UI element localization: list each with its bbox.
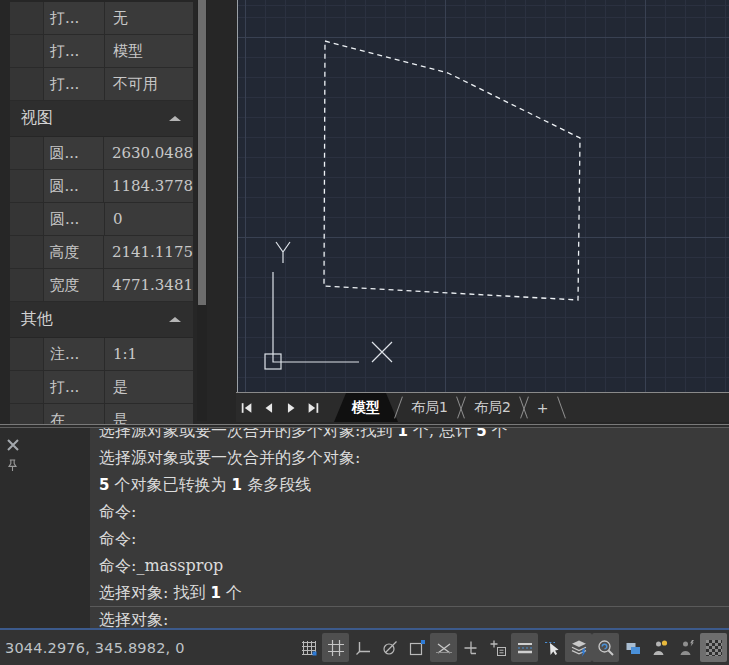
collapse-triangle-icon[interactable]: [169, 317, 181, 322]
property-label: 打...: [44, 371, 105, 403]
row-indent: [10, 371, 44, 403]
tab-布局2[interactable]: 布局2: [461, 393, 524, 422]
next-tab-button[interactable]: [280, 393, 302, 422]
command-prompt-line[interactable]: 选择对象:: [90, 606, 729, 628]
annotation-monitor-toggle[interactable]: [673, 633, 700, 662]
customization-toggle[interactable]: [700, 633, 727, 662]
osnap-icon: [408, 639, 426, 657]
property-label: 圆...: [44, 170, 104, 202]
command-history-line: 命令:: [90, 498, 729, 525]
polar-icon: [381, 639, 399, 657]
command-text: 个: [221, 583, 242, 602]
row-indent: [10, 338, 44, 370]
property-row[interactable]: 宽度4771.3481: [10, 269, 193, 302]
row-indent: [10, 203, 44, 235]
command-history-line: 5 个对象已转换为 1 条多段线: [90, 471, 729, 498]
property-value[interactable]: 1:1: [105, 338, 193, 370]
command-text: 条多段线: [242, 475, 311, 494]
property-value[interactable]: 是: [105, 371, 193, 403]
annotation-scale-toggle[interactable]: [646, 633, 673, 662]
property-label: 高度: [44, 236, 104, 268]
row-indent: [10, 269, 44, 301]
dynamic-input-toggle[interactable]: [484, 633, 511, 662]
new-layout-tab[interactable]: +: [524, 393, 562, 422]
properties-palette: 打...无打...模型打...不可用视图圆...2630.0488圆...118…: [0, 0, 236, 421]
nav-last-icon: [306, 401, 320, 415]
ucs-icon: [265, 242, 392, 369]
command-window: 选择源对象或要一次合并的多个对象:找到 1 个, 总计 5 个选择源对象或要一次…: [0, 424, 729, 630]
lineweight-toggle[interactable]: [511, 633, 538, 662]
scrollbar-thumb[interactable]: [198, 0, 206, 305]
command-text: 个对象已转换为: [109, 475, 231, 494]
property-value[interactable]: 4771.3481: [104, 269, 193, 301]
tab-模型[interactable]: 模型: [334, 393, 398, 422]
coordinates-display[interactable]: 3044.2976, 345.8982, 0: [5, 640, 185, 656]
nav-first-icon: [240, 401, 254, 415]
annozoom-icon: [597, 639, 615, 657]
grid-icon: [300, 639, 318, 657]
command-text: 命令:: [99, 502, 136, 521]
command-text: 选择对象:: [99, 610, 168, 628]
grid-display-toggle[interactable]: [295, 633, 322, 662]
property-row[interactable]: 打...不可用: [10, 68, 193, 101]
command-history-line: 选择源对象或要一次合并的多个对象:: [90, 444, 729, 471]
property-row[interactable]: 圆...0: [10, 203, 193, 236]
checker-icon: [706, 640, 722, 656]
isolate-objects-toggle[interactable]: [565, 633, 592, 662]
property-row[interactable]: 打...是: [10, 371, 193, 404]
drawing-canvas[interactable]: Y X: [237, 0, 729, 392]
row-indent: [10, 2, 44, 34]
property-value[interactable]: 模型: [105, 35, 193, 67]
status-bar: 3044.2976, 345.8982, 0: [0, 630, 729, 665]
section-header[interactable]: 视图: [10, 101, 193, 137]
prev-tab-button[interactable]: [258, 393, 280, 422]
properties-scrollbar[interactable]: [197, 0, 207, 421]
annotation-autoscale-toggle[interactable]: [619, 633, 646, 662]
dynamic-ucs-toggle[interactable]: [457, 633, 484, 662]
section-header-label: 视图: [21, 108, 53, 129]
monitors-icon: [624, 639, 642, 657]
property-label: 圆...: [44, 137, 104, 169]
polar-tracking-toggle[interactable]: [376, 633, 403, 662]
row-indent: [10, 68, 44, 100]
property-value[interactable]: 0: [105, 203, 193, 235]
selection-cycling-toggle[interactable]: [538, 633, 565, 662]
snap-icon: [327, 639, 345, 657]
command-history-area[interactable]: 选择源对象或要一次合并的多个对象:找到 1 个, 总计 5 个选择源对象或要一次…: [90, 428, 729, 628]
close-icon[interactable]: [6, 437, 20, 456]
property-row[interactable]: 注...1:1: [10, 338, 193, 371]
property-row[interactable]: 打...模型: [10, 35, 193, 68]
layers-icon: [570, 639, 588, 657]
last-tab-button[interactable]: [302, 393, 324, 422]
property-value[interactable]: 2141.1175: [104, 236, 193, 268]
property-value[interactable]: 1184.3778: [104, 170, 193, 202]
property-row[interactable]: 圆...2630.0488: [10, 137, 193, 170]
first-tab-button[interactable]: [236, 393, 258, 422]
person-bulb-icon: [651, 639, 669, 657]
command-text: 命令:_massprop: [99, 556, 223, 575]
property-label: 打...: [44, 68, 105, 100]
otrack-icon: [435, 639, 453, 657]
property-row[interactable]: 打...无: [10, 2, 193, 35]
collapse-triangle-icon[interactable]: [169, 116, 181, 121]
selection-polygon[interactable]: [324, 41, 580, 300]
object-snap-tracking-toggle[interactable]: [430, 633, 457, 662]
property-value[interactable]: 2630.0488: [104, 137, 193, 169]
command-number: 1: [397, 428, 407, 440]
property-value[interactable]: 不可用: [105, 68, 193, 100]
ortho-mode-toggle[interactable]: [349, 633, 376, 662]
command-text: 选择源对象或要一次合并的多个对象:: [99, 448, 360, 467]
command-text: 选择对象: 找到: [99, 583, 211, 602]
property-row[interactable]: 圆...1184.3778: [10, 170, 193, 203]
pin-icon[interactable]: [7, 457, 18, 476]
object-snap-toggle[interactable]: [403, 633, 430, 662]
command-history-line: 选择源对象或要一次合并的多个对象:找到 1 个, 总计 5 个: [90, 428, 729, 444]
snap-mode-toggle[interactable]: [322, 633, 349, 662]
property-value[interactable]: 无: [105, 2, 193, 34]
annotation-visibility-toggle[interactable]: [592, 633, 619, 662]
property-label: 注...: [44, 338, 105, 370]
property-row[interactable]: 高度2141.1175: [10, 236, 193, 269]
tab-布局1[interactable]: 布局1: [398, 393, 461, 422]
command-number: 5: [476, 428, 486, 440]
section-header[interactable]: 其他: [10, 302, 193, 338]
